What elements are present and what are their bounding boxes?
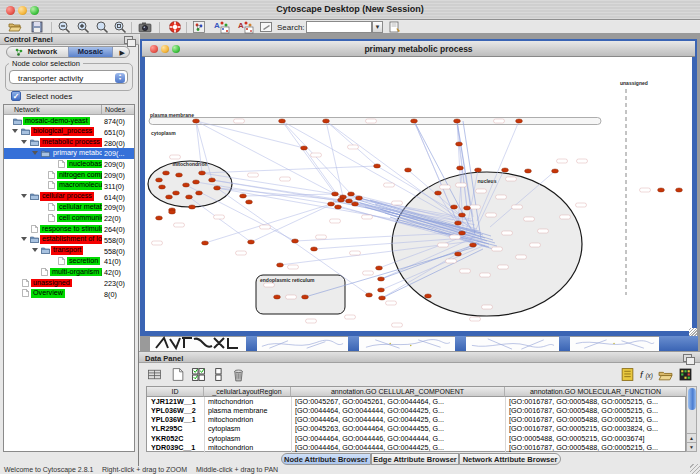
tree-expander-icon[interactable] (21, 140, 27, 144)
tree-expander-icon[interactable] (32, 151, 38, 155)
table-cell[interactable]: plasma membrane (204, 406, 291, 415)
zoom-fit-icon[interactable] (95, 20, 109, 34)
table-cell[interactable]: mitochondrion (204, 415, 291, 424)
tree-item-label[interactable]: biological_process (31, 127, 94, 136)
network-node[interactable] (378, 288, 385, 292)
new-attribute-icon[interactable] (170, 367, 186, 383)
background-window-edge[interactable] (348, 336, 359, 351)
network-edge[interactable] (196, 121, 304, 148)
network-node[interactable] (457, 166, 464, 170)
network-node[interactable] (214, 186, 221, 190)
advanced-search-icon[interactable] (388, 20, 402, 34)
tab-mosaic[interactable]: Mosaic (68, 47, 113, 57)
network-node[interactable] (456, 142, 463, 146)
tree-item-label[interactable]: establishment of lo (40, 235, 102, 244)
import-file-icon[interactable] (658, 367, 674, 383)
table-cell[interactable]: [GO:0045267, GO:0045261, GO:0044464, G..… (291, 397, 505, 406)
network-node[interactable] (193, 119, 200, 123)
tree-row[interactable]: macromolecule311(0) (4, 180, 134, 191)
tree-expander-icon[interactable] (32, 248, 38, 252)
tree-row[interactable]: cellular metabo209(0) (4, 202, 134, 213)
tree-row[interactable]: nucleobase-209(0) (4, 159, 134, 170)
network-node[interactable] (328, 202, 335, 206)
background-window-edge[interactable] (559, 336, 570, 351)
table-cell[interactable]: [GO:0044464, GO:0044444, GO:0044425, G..… (291, 443, 505, 452)
table-cell[interactable]: [GO:0045263, GO:0044464, GO:0044455, G..… (291, 424, 505, 433)
network-edge[interactable] (205, 204, 331, 243)
network-node[interactable] (379, 296, 386, 300)
table-cell[interactable]: [GO:0044464, GO:0044444, GO:0044425, G..… (291, 415, 505, 424)
network-edge[interactable] (251, 200, 341, 242)
table-cell[interactable]: [GO:0016787, GO:0005488, GO:0005215, G..… (505, 443, 687, 452)
network-node[interactable] (292, 239, 299, 243)
network-node[interactable] (166, 195, 173, 199)
network-node[interactable] (335, 205, 342, 209)
tree-column-nodes[interactable]: Nodes (105, 106, 125, 113)
network-node[interactable] (356, 196, 363, 200)
network-window-resize-grip[interactable] (689, 328, 697, 336)
network-node[interactable] (156, 178, 163, 182)
table-cell[interactable]: YPL036W__1 (147, 415, 204, 424)
network-node[interactable] (464, 206, 471, 210)
network-node[interactable] (279, 119, 286, 123)
network-node[interactable] (338, 198, 345, 202)
network-node[interactable] (455, 252, 462, 256)
tree-item-label[interactable]: transport (51, 246, 83, 255)
network-node[interactable] (459, 213, 466, 217)
tab-edge-attribute-browser[interactable]: Edge Attribute Browser (371, 453, 459, 465)
table-cell[interactable]: YJR121W__1 (147, 397, 204, 406)
window-resize-grip[interactable] (690, 464, 700, 474)
tree-row[interactable]: biological_process651(0) (4, 126, 134, 137)
help-lifering-icon[interactable] (168, 20, 182, 34)
network-node[interactable] (277, 263, 284, 267)
tree-row[interactable]: establishment of lo558(0) (4, 234, 134, 245)
network-node[interactable] (552, 169, 559, 173)
network-node[interactable] (302, 295, 309, 299)
tree-row[interactable]: unassigned223(0) (4, 278, 134, 289)
network-canvas[interactable]: plasma membranecytoplasmmitochondrionnuc… (145, 57, 692, 331)
table-row[interactable]: YPL036W__1mitochondrion[GO:0044464, GO:0… (147, 415, 687, 424)
network-node[interactable] (346, 199, 353, 203)
table-cell[interactable]: [GO:0044464, GO:0044444, GO:0044425, G..… (291, 406, 505, 415)
zoom-out-icon[interactable] (57, 20, 71, 34)
attribute-editor-icon[interactable] (620, 367, 636, 383)
zoom-in-icon[interactable] (76, 20, 90, 34)
network-node[interactable] (378, 277, 385, 281)
network-node[interactable] (173, 191, 180, 195)
node-color-dropdown[interactable]: transporter activity ▲▼ (9, 70, 128, 84)
background-window-edge[interactable] (455, 336, 466, 351)
tree-item-label[interactable]: mosaic-demo-yeast (23, 117, 90, 126)
tabs-overflow-arrow[interactable]: ▶ (120, 49, 125, 57)
float-panel-icon[interactable] (683, 354, 692, 362)
network-node[interactable] (323, 119, 330, 123)
table-cell[interactable]: mitochondrion (204, 397, 291, 406)
table-cell[interactable]: [GO:0044464, GO:0044446, GO:0044444, G..… (291, 434, 505, 443)
select-nodes-checkbox[interactable]: ✓ (11, 91, 21, 101)
tree-item-label[interactable]: cellular metabo (57, 203, 102, 212)
save-icon[interactable] (30, 20, 44, 34)
tree-row[interactable]: metabolic process280(0) (4, 137, 134, 148)
tree-item-label[interactable]: response to stimulu (40, 225, 102, 234)
unselect-attributes-icon[interactable] (212, 367, 225, 383)
tree-item-label[interactable]: multi-organism pro (50, 268, 102, 277)
table-cell[interactable]: YLR295C (147, 424, 204, 433)
table-column-header[interactable]: annotation.GO CELLULAR_COMPONENT (291, 387, 505, 397)
import-table-icon[interactable] (147, 367, 163, 383)
tree-item-label[interactable]: cell communicat (57, 214, 102, 223)
scroll-down-button[interactable]: ▼ (687, 442, 696, 451)
table-cell[interactable]: [GO:0016787, GO:0005488, GO:0005215, G..… (505, 397, 687, 406)
function-builder-icon[interactable]: f(x) (639, 367, 655, 383)
network-node[interactable] (374, 164, 381, 168)
table-cell[interactable]: [GO:0016787, GO:0005488, GO:0005215, G..… (505, 415, 687, 424)
network-node[interactable] (159, 185, 166, 189)
table-cell[interactable]: YKR052C (147, 434, 204, 443)
network-edge[interactable] (282, 121, 335, 194)
network-node[interactable] (658, 188, 665, 192)
tree-row[interactable]: mosaic-demo-yeast874(0) (4, 116, 134, 127)
network-node[interactable] (332, 192, 339, 196)
network-view-icon[interactable] (192, 20, 206, 34)
delete-attribute-icon[interactable] (231, 367, 247, 383)
network-edge[interactable] (326, 121, 377, 166)
tree-row[interactable]: Overview8(0) (4, 288, 134, 299)
network-node[interactable] (199, 171, 206, 175)
